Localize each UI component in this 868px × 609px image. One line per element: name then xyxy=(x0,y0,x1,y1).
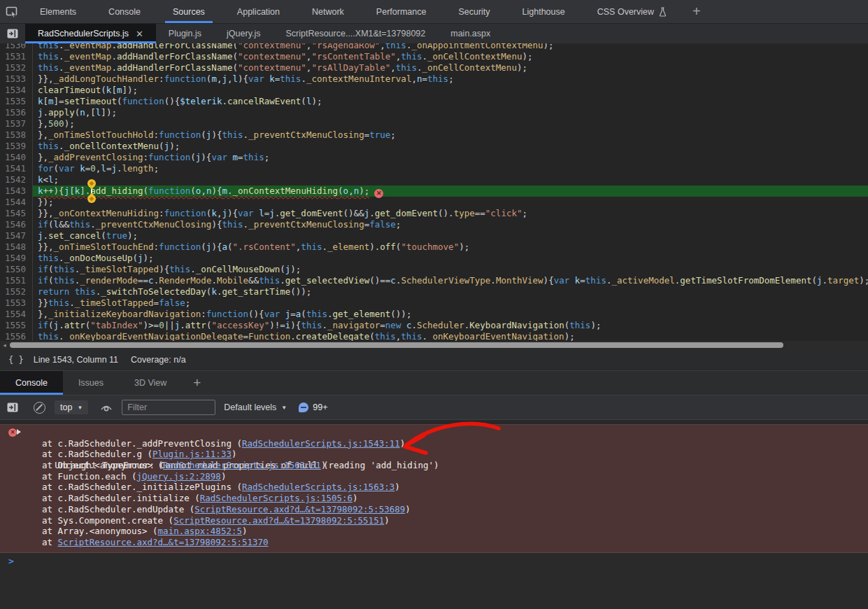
line-number[interactable]: 1538 xyxy=(0,130,33,141)
scroll-left-arrow-icon[interactable]: ◂ xyxy=(0,341,9,349)
issues-counter[interactable]: 99+ xyxy=(299,402,327,412)
code-line[interactable]: 1551if(this._renderMode==c.RenderMode.Mo… xyxy=(0,275,868,286)
code-line[interactable]: 1531this._eventMap.addHandlerForClassNam… xyxy=(0,51,868,62)
main-tab-application[interactable]: Application xyxy=(221,0,296,23)
add-drawer-tab-button[interactable]: + xyxy=(182,371,212,395)
code-line[interactable]: 1537},500); xyxy=(0,118,868,130)
console-messages[interactable]: ✕ Uncaught TypeError: Cannot read proper… xyxy=(0,424,868,609)
code-line[interactable]: 1530this._eventMap.addHandlerForClassNam… xyxy=(0,43,868,51)
main-tab-css-overview[interactable]: CSS Overview xyxy=(581,0,683,23)
line-number[interactable]: 1541 xyxy=(0,163,33,174)
line-number[interactable]: 1556 xyxy=(0,331,33,341)
code-line[interactable]: 1540},_addPreventClosing:function(j){var… xyxy=(0,152,868,163)
drawer-tab-console[interactable]: Console xyxy=(0,371,63,395)
line-number[interactable]: 1554 xyxy=(0,309,33,320)
console-filter-input[interactable] xyxy=(122,400,215,415)
stack-frame-link[interactable]: RadSchedulerScripts.js:1505:6 xyxy=(200,493,353,503)
expand-triangle-icon[interactable] xyxy=(17,429,21,435)
javascript-context-dropdown[interactable]: top ▼ xyxy=(55,400,88,414)
stack-frame-link[interactable]: main.aspx:4852:5 xyxy=(158,526,242,536)
create-live-expression-icon[interactable] xyxy=(100,403,113,412)
code-line[interactable]: 1543k++){j[k].add_hiding(function(o,n){m… xyxy=(0,186,868,197)
close-tab-icon[interactable]: ✕ xyxy=(136,29,143,39)
line-number[interactable]: 1536 xyxy=(0,107,33,118)
line-number[interactable]: 1547 xyxy=(0,230,33,241)
stack-frame-link[interactable]: jQuery.js:2:2898 xyxy=(136,471,220,482)
code-line[interactable]: 1553}}this._timeSlotTapped=false; xyxy=(0,298,868,309)
code-line[interactable]: 1538},_onTimeSlotTouchHold:function(j){t… xyxy=(0,130,868,141)
file-tab[interactable]: main.aspx xyxy=(438,24,503,43)
code-line[interactable]: 1536j.apply(n,[l]); xyxy=(0,107,868,118)
clear-console-icon[interactable] xyxy=(34,402,45,414)
console-sidebar-toggle-icon[interactable] xyxy=(7,402,18,412)
scrollbar-thumb[interactable] xyxy=(10,342,783,348)
line-number[interactable]: 1544 xyxy=(0,197,33,208)
line-number[interactable]: 1551 xyxy=(0,275,33,286)
code-line[interactable]: 1554},_initializeKeyboardNavigation:func… xyxy=(0,309,868,320)
code-line[interactable]: 1539this._onCellContextMenu(j); xyxy=(0,141,868,152)
line-number[interactable]: 1545 xyxy=(0,208,33,219)
file-tab[interactable]: RadSchedulerScripts.js✕ xyxy=(25,24,156,43)
line-number[interactable]: 1542 xyxy=(0,174,33,186)
navigator-panel-toggle-icon[interactable] xyxy=(0,24,25,43)
main-tab-network[interactable]: Network xyxy=(296,0,360,23)
main-tab-console[interactable]: Console xyxy=(92,0,157,23)
main-tab-sources[interactable]: Sources xyxy=(157,0,221,23)
line-number[interactable]: 1543 xyxy=(0,186,33,197)
code-line[interactable]: 1545}},_onContextMenuHiding:function(k,j… xyxy=(0,208,868,219)
line-number[interactable]: 1555 xyxy=(0,320,33,331)
code-line[interactable]: 1535k[m]=setTimeout(function(){$telerik.… xyxy=(0,96,868,107)
stack-frame-link[interactable]: Plugin.js:11:33 xyxy=(152,449,232,459)
stack-frame-link[interactable]: RadSchedulerScripts.js:1563:61 xyxy=(163,460,321,470)
line-number[interactable]: 1535 xyxy=(0,96,33,107)
code-line[interactable]: 1541for(var k=0,l=j.length; xyxy=(0,163,868,174)
stack-frame-link[interactable]: RadSchedulerScripts.js:1543:11 xyxy=(242,438,400,449)
main-tab-performance[interactable]: Performance xyxy=(360,0,443,23)
line-number[interactable]: 1549 xyxy=(0,253,33,264)
stack-frame-link[interactable]: ScriptResource.axd?d…&t=13798092:5:51370 xyxy=(58,537,269,547)
line-number[interactable]: 1548 xyxy=(0,241,33,253)
code-line[interactable]: 1542k<l; xyxy=(0,174,868,186)
line-number[interactable]: 1534 xyxy=(0,85,33,96)
main-tab-elements[interactable]: Elements xyxy=(24,0,92,23)
line-number[interactable]: 1530 xyxy=(0,43,33,51)
code-line[interactable]: 1552return this._switchToSelectedDay(k.g… xyxy=(0,286,868,298)
console-error-entry[interactable]: ✕ Uncaught TypeError: Cannot read proper… xyxy=(0,424,868,553)
line-number[interactable]: 1531 xyxy=(0,51,33,62)
line-number[interactable]: 1539 xyxy=(0,141,33,152)
stack-frame-link[interactable]: ScriptResource.axd?d…&t=13798092:5:53689 xyxy=(194,504,405,514)
console-prompt-row[interactable]: > xyxy=(0,556,868,566)
line-number[interactable]: 1550 xyxy=(0,264,33,275)
code-line[interactable]: 1547j.set_cancel(true); xyxy=(0,230,868,241)
source-editor[interactable]: 1530this._eventMap.addHandlerForClassNam… xyxy=(0,43,868,341)
error-message-row[interactable]: ✕ Uncaught TypeError: Cannot read proper… xyxy=(0,427,868,438)
line-number[interactable]: 1552 xyxy=(0,286,33,298)
horizontal-scrollbar[interactable]: ◂ xyxy=(0,341,868,349)
selection-handle-bottom[interactable] xyxy=(87,195,96,203)
code-line[interactable]: 1550if(this._timeSlotTapped){this._onCel… xyxy=(0,264,868,275)
code-line[interactable]: 1556this._onKeyboardEventNavigationDeleg… xyxy=(0,331,868,341)
line-number[interactable]: 1537 xyxy=(0,118,33,130)
line-number[interactable]: 1533 xyxy=(0,74,33,85)
toggle-device-toolbar-icon[interactable] xyxy=(0,6,24,18)
code-line[interactable]: 1548}},_onTimeSlotTouchEnd:function(j){a… xyxy=(0,241,868,253)
drawer-tab-issues[interactable]: Issues xyxy=(63,371,119,395)
main-tab-security[interactable]: Security xyxy=(442,0,506,23)
file-tab[interactable]: Plugin.js xyxy=(156,24,214,43)
file-tab[interactable]: jQuery.js xyxy=(214,24,273,43)
log-levels-dropdown[interactable]: Default levels ▼ xyxy=(224,402,287,412)
stack-frame-link[interactable]: ScriptResource.axd?d…&t=13798092:5:55151 xyxy=(173,515,384,526)
more-tabs-button[interactable]: + xyxy=(683,4,711,20)
line-number[interactable]: 1546 xyxy=(0,219,33,230)
pretty-print-icon[interactable]: { } xyxy=(8,355,24,365)
code-line[interactable]: 1549this._onDocMouseUp(j); xyxy=(0,253,868,264)
line-number[interactable]: 1540 xyxy=(0,152,33,163)
code-line[interactable]: 1534clearTimeout(k[m]); xyxy=(0,85,868,96)
drawer-tab-3d-view[interactable]: 3D View xyxy=(119,371,182,395)
line-number[interactable]: 1553 xyxy=(0,298,33,309)
code-line[interactable]: 1532this._eventMap.addHandlerForClassNam… xyxy=(0,62,868,74)
line-number[interactable]: 1532 xyxy=(0,62,33,74)
selection-handle-top[interactable] xyxy=(87,179,96,188)
code-line[interactable]: 1555if(j.attr("tabIndex")>=0||j.attr("ac… xyxy=(0,320,868,331)
code-line[interactable]: 1544}); xyxy=(0,197,868,208)
